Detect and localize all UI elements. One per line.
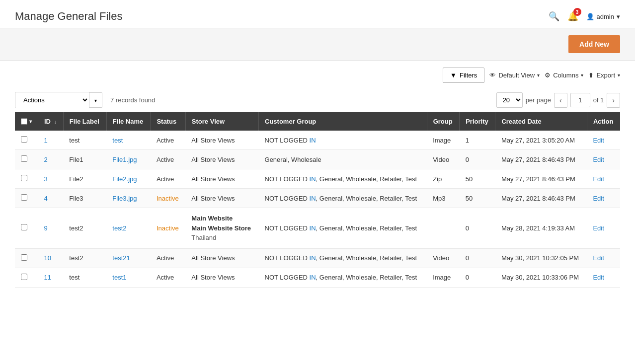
file-name-link[interactable]: test21: [112, 254, 130, 262]
filter-icon: ▼: [450, 72, 457, 79]
row-priority: 0: [460, 150, 495, 169]
search-button[interactable]: 🔍: [549, 11, 559, 22]
row-store-view: All Store Views: [185, 131, 258, 150]
actions-dropdown-button[interactable]: ▾: [89, 92, 102, 108]
records-found: 7 records found: [110, 96, 155, 104]
file-name-link[interactable]: test2: [112, 224, 126, 232]
edit-link[interactable]: Edit: [593, 224, 604, 232]
user-menu-button[interactable]: 👤 admin ▾: [586, 13, 620, 20]
next-page-button[interactable]: ›: [607, 93, 620, 108]
row-file-name: File3.jpg: [106, 189, 151, 208]
th-id[interactable]: ID ↓: [38, 112, 64, 131]
th-file-name[interactable]: File Name: [106, 112, 151, 131]
table-row: 1testtestActiveAll Store ViewsNOT LOGGED…: [15, 131, 620, 150]
row-checkbox[interactable]: [21, 254, 27, 261]
th-store-view[interactable]: Store View: [185, 112, 258, 131]
row-action: Edit: [587, 248, 620, 268]
add-new-button[interactable]: Add New: [568, 35, 620, 53]
row-store-view: All Store Views: [185, 189, 258, 208]
toolbar-bar: Add New: [0, 28, 635, 61]
row-status: Active: [151, 248, 185, 268]
edit-link[interactable]: Edit: [593, 195, 604, 202]
id-link[interactable]: 4: [44, 195, 48, 202]
row-checkbox-cell: [15, 189, 38, 208]
actions-select[interactable]: Actions: [15, 92, 89, 108]
row-action: Edit: [587, 208, 620, 249]
row-created-date: May 27, 2021 8:46:43 PM: [495, 150, 587, 169]
page-number-input[interactable]: [570, 93, 590, 107]
filters-label: Filters: [460, 72, 477, 79]
row-checkbox-cell: [15, 150, 38, 169]
status-badge: Inactive: [157, 195, 179, 202]
row-file-label: test: [63, 268, 106, 287]
row-file-name: File1.jpg: [106, 150, 151, 169]
file-name-link[interactable]: File1.jpg: [112, 156, 137, 163]
row-checkbox-cell: [15, 169, 38, 189]
row-checkbox[interactable]: [21, 224, 27, 230]
file-name-link[interactable]: test: [112, 137, 123, 144]
row-status: Active: [151, 150, 185, 169]
file-name-link[interactable]: File3.jpg: [112, 195, 137, 202]
in-highlight: IN: [310, 224, 316, 232]
row-checkbox-cell: [15, 208, 38, 249]
th-status[interactable]: Status: [151, 112, 185, 131]
row-checkbox[interactable]: [21, 136, 27, 143]
eye-icon: 👁: [489, 72, 496, 79]
row-checkbox[interactable]: [21, 175, 27, 181]
row-file-name: test: [106, 131, 151, 150]
in-highlight: IN: [310, 137, 316, 144]
table-row: 9test2test2Inactive Main Website Main We…: [15, 208, 620, 249]
export-button[interactable]: ⬆ Export ▾: [588, 72, 620, 79]
id-link[interactable]: 10: [44, 254, 51, 262]
row-store-view: All Store Views: [185, 150, 258, 169]
id-link[interactable]: 11: [44, 274, 51, 281]
th-group[interactable]: Group: [427, 112, 460, 131]
row-file-label: File2: [63, 169, 106, 189]
select-all-dropdown-icon[interactable]: ▾: [29, 119, 32, 124]
row-group: Image: [427, 268, 460, 287]
edit-link[interactable]: Edit: [593, 156, 604, 163]
file-name-link[interactable]: File2.jpg: [112, 175, 137, 183]
edit-link[interactable]: Edit: [593, 274, 604, 281]
row-checkbox[interactable]: [21, 155, 27, 162]
edit-link[interactable]: Edit: [593, 254, 604, 262]
table-row: 10test2test21ActiveAll Store ViewsNOT LO…: [15, 248, 620, 268]
row-checkbox[interactable]: [21, 194, 27, 201]
edit-link[interactable]: Edit: [593, 175, 604, 183]
select-all-checkbox[interactable]: [21, 118, 27, 125]
notification-badge: 3: [573, 8, 581, 16]
row-priority: 0: [460, 208, 495, 249]
status-badge: Active: [157, 137, 174, 144]
notifications-button[interactable]: 🔔 3: [567, 11, 578, 22]
store-view-line1: Main Website: [191, 214, 252, 223]
row-file-name: test2: [106, 208, 151, 249]
filters-button[interactable]: ▼ Filters: [443, 68, 484, 83]
row-created-date: May 28, 2021 4:19:33 AM: [495, 208, 587, 249]
default-view-button[interactable]: 👁 Default View ▾: [489, 72, 540, 79]
prev-page-button[interactable]: ‹: [554, 93, 567, 108]
row-status: Active: [151, 131, 185, 150]
row-file-label: File3: [63, 189, 106, 208]
status-badge: Active: [157, 156, 174, 163]
th-file-label[interactable]: File Label: [63, 112, 106, 131]
row-priority: 50: [460, 189, 495, 208]
edit-link[interactable]: Edit: [593, 137, 604, 144]
row-file-label: File1: [63, 150, 106, 169]
select-all-header[interactable]: ▾: [15, 112, 38, 131]
id-link[interactable]: 3: [44, 175, 48, 183]
row-checkbox[interactable]: [21, 274, 27, 280]
id-link[interactable]: 2: [44, 156, 48, 163]
row-store-view: All Store Views: [185, 268, 258, 287]
id-link[interactable]: 9: [44, 224, 48, 232]
row-priority: 0: [460, 268, 495, 287]
row-group: Zip: [427, 169, 460, 189]
columns-button[interactable]: ⚙ Columns ▾: [545, 72, 583, 79]
search-icon: 🔍: [549, 11, 559, 21]
th-created-date[interactable]: Created Date: [495, 112, 587, 131]
per-page-select[interactable]: 20: [496, 92, 523, 108]
file-name-link[interactable]: test1: [112, 274, 126, 281]
th-customer-group[interactable]: Customer Group: [259, 112, 427, 131]
th-priority[interactable]: Priority: [460, 112, 495, 131]
id-link[interactable]: 1: [44, 137, 48, 144]
row-status: Active: [151, 268, 185, 287]
